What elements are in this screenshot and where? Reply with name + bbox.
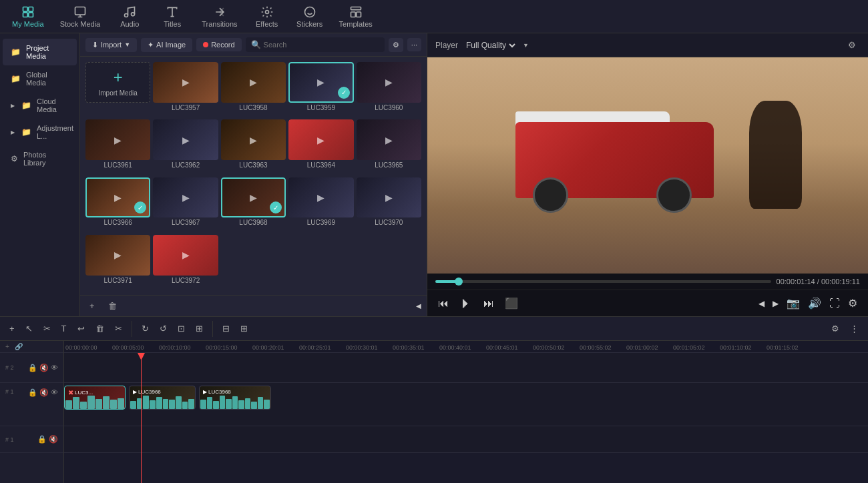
step-back-button[interactable]: ⏮ <box>435 295 451 312</box>
ai-icon: ✦ <box>148 41 154 49</box>
record-button[interactable]: Record <box>196 38 241 51</box>
list-item[interactable]: ▶ ✓ LUC3968 <box>221 177 286 232</box>
list-item[interactable]: ▶ LUC3965 <box>357 119 421 174</box>
track-row-2 <box>64 353 868 383</box>
playhead[interactable] <box>141 353 142 483</box>
track-eye-icon[interactable]: 👁 <box>51 364 58 372</box>
folder-icon: 📁 <box>11 47 21 57</box>
select-tool[interactable]: ↖ <box>21 321 37 336</box>
track-mute-icon[interactable]: 🔇 <box>39 364 49 372</box>
zoom-out-button[interactable]: ⊟ <box>218 321 234 336</box>
track-eye-icon[interactable]: 👁 <box>51 388 58 397</box>
list-item[interactable]: ▶ LUC3962 <box>153 119 218 174</box>
media-item-label: LUC3958 <box>221 103 286 113</box>
stop-button[interactable]: ⬛ <box>502 294 521 312</box>
player-label: Player <box>435 41 458 50</box>
import-media-tile[interactable]: + Import Media <box>85 62 150 103</box>
sidebar-item-adjustment[interactable]: ▶ 📁 Adjustment L... <box>3 119 77 145</box>
list-item[interactable]: ▶ LUC3957 <box>153 62 218 117</box>
list-item[interactable]: ▶ LUC3963 <box>221 119 286 174</box>
volume-button[interactable]: 🔊 <box>805 294 824 312</box>
list-item[interactable]: ▶ LUC3967 <box>153 177 218 232</box>
quality-select[interactable]: Full Quality 1/2 Quality 1/4 Quality <box>463 40 517 51</box>
screenshot-button[interactable]: 📷 <box>784 294 803 312</box>
media-item-label: LUC3972 <box>153 276 218 286</box>
toolbar-templates[interactable]: Templates <box>333 3 379 31</box>
sidebar-item-project-media[interactable]: 📁 Project Media <box>3 39 77 65</box>
list-item[interactable]: ▶ LUC3969 <box>288 177 353 232</box>
toolbar-transitions[interactable]: Transitions <box>195 3 244 31</box>
cut-tool[interactable]: ✂ <box>39 321 55 336</box>
more-controls-button[interactable]: ⚙ <box>845 294 860 312</box>
text-tool[interactable]: T <box>57 321 71 336</box>
timeline-settings[interactable]: ⚙ <box>827 321 843 336</box>
van-wheel-rear <box>656 177 692 213</box>
magnet-button[interactable]: 🔗 <box>15 343 23 350</box>
track-lock-icon[interactable]: 🔒 <box>28 364 37 372</box>
clip-luc3966[interactable]: ▶ LUC3966 <box>129 386 196 410</box>
rotate-button[interactable]: ↻ <box>138 321 153 336</box>
next-frame-button[interactable]: ▶ <box>770 296 781 311</box>
undo-button[interactable]: ↩ <box>73 321 89 336</box>
list-item[interactable]: ▶ LUC3958 <box>221 62 286 117</box>
sidebar-item-cloud-media[interactable]: ▶ 📁 Cloud Media <box>3 92 77 119</box>
step-forward-button[interactable]: ⏭ <box>481 295 497 312</box>
track-mute-icon[interactable]: 🔇 <box>49 435 58 444</box>
list-item[interactable]: ▶ LUC3971 <box>85 235 150 290</box>
remove-button[interactable]: 🗑 <box>104 298 121 314</box>
list-item[interactable]: ▶ ✓ LUC3966 <box>85 177 150 232</box>
clip-luc3[interactable]: ✖ LUC3... <box>64 386 126 410</box>
track-mute-icon[interactable]: 🔇 <box>39 388 49 397</box>
filter-button[interactable]: ⚙ <box>389 38 403 52</box>
extend-button[interactable]: ⊞ <box>192 321 207 336</box>
track-lock-icon[interactable]: 🔒 <box>28 388 37 397</box>
fullscreen-button[interactable]: ⛶ <box>827 295 843 312</box>
toolbar-stickers[interactable]: Stickers <box>290 3 330 31</box>
media-item-label: LUC3964 <box>288 160 353 170</box>
toolbar-effects[interactable]: Effects <box>247 3 287 31</box>
add-to-timeline-button[interactable]: + <box>85 298 99 314</box>
import-media-label: Import Media <box>99 89 138 97</box>
toolbar-audio[interactable]: Audio <box>110 3 150 31</box>
ai-image-button[interactable]: ✦ AI Image <box>141 38 192 52</box>
play-pause-button[interactable]: ⏵ <box>457 293 475 314</box>
collapse-button[interactable]: ◀ <box>416 302 421 310</box>
list-item[interactable]: ▶ LUC3964 <box>288 119 353 174</box>
list-item[interactable]: ▶ LUC3970 <box>357 177 421 232</box>
crop-button[interactable]: ⊡ <box>174 321 189 336</box>
list-item[interactable]: ▶ LUC3961 <box>85 119 150 174</box>
list-item[interactable]: ▶ LUC3960 <box>357 62 421 117</box>
clip-luc3968[interactable]: ▶ LUC3968 <box>199 386 271 410</box>
delete-button[interactable]: 🗑 <box>91 321 108 336</box>
import-button[interactable]: ⬇ Import ▼ <box>85 38 137 52</box>
expand-arrow: ▶ <box>11 129 15 135</box>
video-frame <box>427 57 868 274</box>
media-item-label: LUC3967 <box>153 217 218 227</box>
media-item-label: LUC3969 <box>288 217 353 227</box>
list-item[interactable]: ▶ ✓ LUC3959 <box>288 62 353 117</box>
toolbar-my-media[interactable]: My Media <box>5 3 51 31</box>
sidebar-item-photos-library[interactable]: ⚙ Photos Library <box>3 145 77 172</box>
timeline-more[interactable]: ⋮ <box>846 321 863 336</box>
list-item[interactable]: ▶ LUC3972 <box>153 235 218 290</box>
add-timeline-button[interactable]: + <box>5 343 9 350</box>
media-item-label: LUC3970 <box>357 217 421 227</box>
video-icon: ▶ <box>182 192 190 203</box>
scissors-button[interactable]: ✂ <box>111 321 126 336</box>
video-icon: ▶ <box>114 135 122 145</box>
sidebar-item-global-media[interactable]: 📁 Global Media <box>3 65 77 92</box>
add-track-button[interactable]: + <box>5 321 19 336</box>
person-silhouette <box>749 101 802 209</box>
prev-frame-button[interactable]: ◀ <box>756 296 767 311</box>
search-input[interactable] <box>264 41 379 49</box>
player-settings-button[interactable]: ⚙ <box>844 37 860 53</box>
progress-bar[interactable] <box>435 280 771 283</box>
toolbar-stock-media[interactable]: Stock Media <box>53 3 107 31</box>
loop-button[interactable]: ↺ <box>156 321 171 336</box>
zoom-in-button[interactable]: ⊞ <box>236 321 252 336</box>
more-options-button[interactable]: ··· <box>407 38 421 51</box>
track-lock-icon[interactable]: 🔒 <box>37 435 47 444</box>
toolbar-titles[interactable]: Titles <box>152 3 192 31</box>
media-item-label: LUC3968 <box>221 217 286 227</box>
timeline: + ↖ ✂ T ↩ 🗑 ✂ ↻ ↺ ⊡ ⊞ ⊟ ⊞ ⚙ ⋮ + 🔗 # 2 <box>0 316 868 483</box>
